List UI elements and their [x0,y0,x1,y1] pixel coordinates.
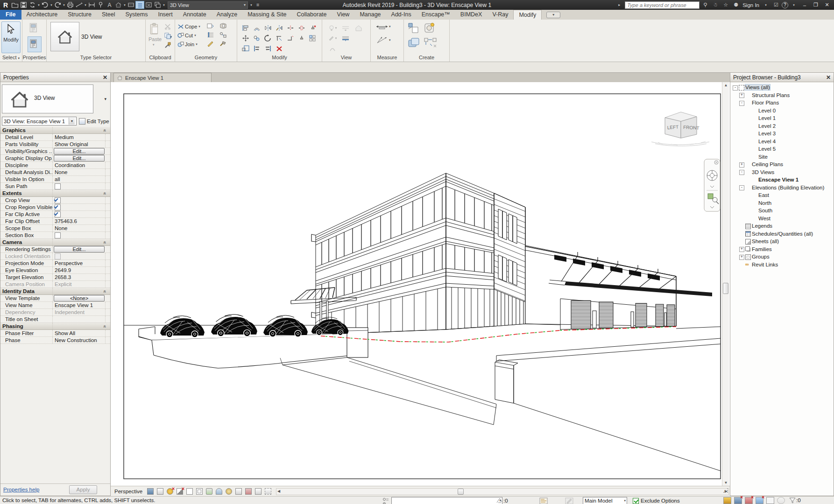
tree-item[interactable]: Structural Plans [730,91,834,99]
properties-close-icon[interactable]: ✕ [103,74,107,81]
move-icon[interactable] [240,35,251,42]
tree-item[interactable]: Floor Plans [730,99,834,107]
tree-item[interactable]: Views (all) [730,84,834,91]
ribbon-tab[interactable]: Insert [153,10,177,20]
align-right-icon[interactable] [262,45,274,52]
view-tab[interactable]: Enscape View 1 [113,73,212,82]
tree-expander-icon[interactable] [739,231,745,237]
scale-label[interactable]: Perspective [114,489,142,494]
property-value[interactable]: Edit... [54,148,105,154]
property-value[interactable]: 2649.9 [53,267,106,273]
property-value[interactable] [53,211,106,217]
help-dropdown[interactable]: ▾ [789,3,799,7]
show-constraints-icon[interactable] [245,488,252,495]
tree-expander-icon[interactable] [739,184,745,190]
tree-expander-icon[interactable] [739,161,745,168]
tree-expander-icon[interactable] [745,146,751,152]
resize-grip[interactable] [723,488,728,493]
property-value[interactable]: Independent [53,309,106,315]
tree-item[interactable]: Revit Links [730,261,834,269]
search-icon[interactable]: ⚲ [700,2,710,8]
property-value[interactable] [53,316,106,322]
ribbon-tab[interactable]: Modify [513,10,542,20]
tree-item[interactable]: West [730,215,834,223]
active-design-option-combo[interactable]: Main Model▾ [583,497,627,504]
design-options-picker-icon[interactable] [565,497,573,504]
property-value[interactable]: 2658.3 [53,274,106,280]
close-button[interactable]: ✕ [822,2,832,8]
property-value[interactable]: None [53,225,106,231]
property-value[interactable]: <None> [54,295,105,301]
measure-dropdown[interactable]: ▾ [84,1,87,9]
paste-label[interactable]: Paste [148,36,162,42]
view-house-icon[interactable] [352,25,365,31]
restore-button[interactable]: ❐ [811,2,821,8]
reveal-hidden-elements-icon[interactable] [226,488,232,495]
design-options-icon[interactable] [539,497,548,504]
qat-view-combo[interactable]: 3D View▾ [168,1,248,9]
apply-button[interactable]: Apply [69,485,97,494]
property-value[interactable] [53,253,106,259]
measure-angle-icon[interactable] [375,36,389,44]
sun-path-icon[interactable] [167,488,173,495]
tree-expander-icon[interactable] [739,261,745,267]
tree-expander-icon[interactable] [739,238,745,245]
properties-panel-label[interactable]: Properties [22,55,46,61]
ribbon-tab[interactable]: BIMDeX [455,10,488,20]
ribbon-tab[interactable]: Annotate [178,10,212,20]
cut-icon[interactable] [164,23,171,31]
delete-icon[interactable] [274,46,285,52]
align-icon[interactable] [240,25,251,31]
undo-icon[interactable] [41,1,49,9]
help-icon[interactable]: ? [782,2,788,8]
sync-icon[interactable] [28,1,37,9]
select-panel-label[interactable]: Select ▾ [0,55,22,61]
trim-corner-icon[interactable] [285,35,296,42]
ribbon-tab[interactable]: Collaborate [292,10,332,20]
shadows-icon[interactable] [177,488,183,495]
cut-label[interactable]: Cut [185,33,193,38]
trim-extend-icon[interactable] [274,35,285,42]
view-expand-icon[interactable] [265,488,271,495]
exclude-options-check-icon[interactable] [633,498,639,504]
ribbon-collapse-toggle[interactable]: ▾ [546,12,560,18]
ribbon-tab[interactable]: Enscape™ [417,10,455,20]
scroll-down-icon[interactable]: ▼ [722,481,729,485]
snaps-icon[interactable] [777,497,785,504]
ribbon-tab[interactable]: Architecture [21,10,63,20]
property-value[interactable] [53,232,106,238]
show-crop-region-icon[interactable] [196,488,203,495]
tree-item[interactable]: Schedules/Quantities (all) [730,230,834,238]
tree-item[interactable]: Legends [730,222,834,230]
text-icon[interactable]: A [105,1,114,9]
thin-lines-icon[interactable] [135,1,144,9]
tree-expander-icon[interactable] [745,215,751,221]
tree-expander-icon[interactable] [739,254,745,260]
array-icon[interactable] [307,35,318,42]
match-properties-icon[interactable] [164,42,171,50]
property-value[interactable] [53,197,106,203]
lightbulb-icon[interactable]: ▾ [326,25,339,31]
section-icon[interactable] [127,1,135,9]
tree-item[interactable]: Families [730,245,834,253]
property-value[interactable]: Edit... [54,155,105,161]
ribbon-tab[interactable]: Systems [120,10,153,20]
property-value[interactable]: all [53,176,106,182]
property-value[interactable]: Coordination [53,162,106,168]
tree-expander-icon[interactable] [745,131,751,137]
ribbon-tab[interactable]: File [0,10,21,20]
show-rendering-dialog-icon[interactable] [147,488,154,495]
paste-aligned-icon[interactable] [207,23,214,29]
cope-icon[interactable] [177,24,184,29]
property-value[interactable] [53,204,106,210]
open-icon[interactable] [10,1,19,9]
link-status-icon[interactable] [756,497,763,504]
tree-item[interactable]: Level 4 [730,138,834,146]
create-group-icon[interactable] [424,22,436,35]
ribbon-tab[interactable]: V-Ray [487,10,513,20]
paste-icon[interactable] [148,22,161,37]
sign-in-label[interactable]: Sign In [742,2,759,8]
favorites-icon[interactable]: ☆ [721,2,730,8]
instance-combo[interactable]: 3D View: Enscape View 1 ▾ [2,117,77,126]
property-value[interactable]: Medium [53,134,106,140]
